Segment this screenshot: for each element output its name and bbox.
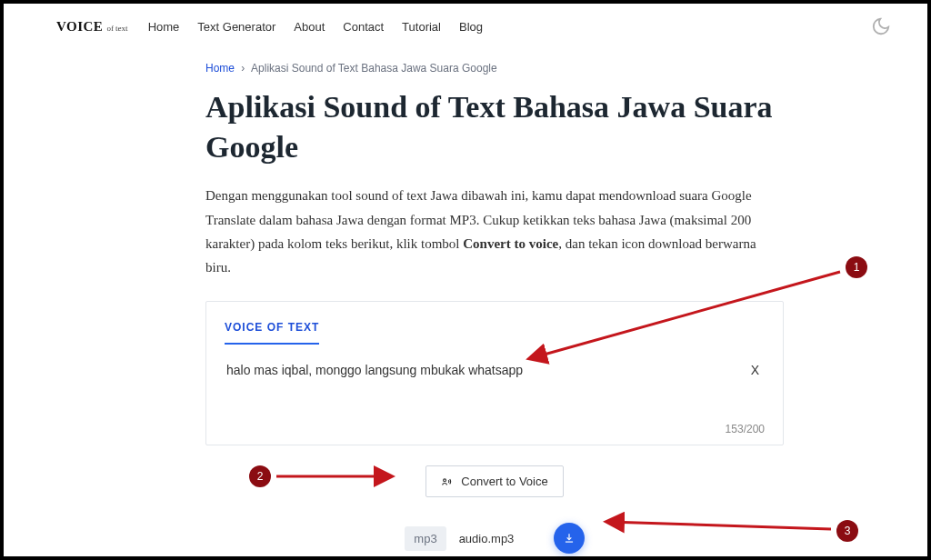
breadcrumb-home[interactable]: Home (205, 62, 235, 75)
download-icon (563, 532, 576, 545)
voice-icon (441, 475, 454, 488)
site-header: VOICE of text Home Text Generator About … (56, 16, 891, 36)
nav-text-generator[interactable]: Text Generator (197, 20, 275, 34)
breadcrumb: Home › Aplikasi Sound of Text Bahasa Jaw… (205, 62, 784, 75)
text-input[interactable] (225, 362, 715, 378)
annotation-1: 1 (854, 261, 860, 274)
theme-toggle[interactable] (871, 16, 891, 36)
svg-point-2 (846, 256, 867, 278)
result-filename: audio.mp3 (459, 532, 541, 545)
convert-button-label: Convert to Voice (461, 475, 547, 488)
nav-contact[interactable]: Contact (343, 20, 384, 34)
main-content: Home › Aplikasi Sound of Text Bahasa Jaw… (205, 62, 784, 554)
intro-paragraph: Dengan menggunakan tool sound of text Ja… (205, 184, 769, 279)
text-input-card: VOICE OF TEXT X 153/200 (205, 301, 784, 445)
brand-logo[interactable]: VOICE of text (56, 19, 128, 35)
download-button[interactable] (554, 523, 585, 554)
convert-to-voice-button[interactable]: Convert to Voice (425, 465, 563, 497)
nav-blog[interactable]: Blog (459, 20, 483, 34)
result-row: mp3 audio.mp3 (205, 523, 784, 554)
clear-input-button[interactable]: X (746, 361, 765, 379)
main-nav: Home Text Generator About Contact Tutori… (148, 20, 483, 34)
nav-about[interactable]: About (294, 20, 325, 34)
page-title: Aplikasi Sound of Text Bahasa Jawa Suara… (205, 87, 784, 167)
nav-tutorial[interactable]: Tutorial (402, 20, 441, 34)
intro-text-strong: Convert to voice (463, 236, 558, 251)
format-chip: mp3 (405, 526, 445, 551)
brand-main: VOICE (56, 19, 103, 35)
char-counter: 153/200 (225, 423, 765, 435)
annotation-3: 3 (845, 525, 851, 537)
breadcrumb-current: Aplikasi Sound of Text Bahasa Jawa Suara… (251, 62, 497, 75)
breadcrumb-sep: › (241, 62, 245, 75)
svg-point-6 (836, 520, 858, 542)
brand-sub: of text (106, 24, 127, 33)
card-tab-voice-of-text[interactable]: VOICE OF TEXT (225, 321, 319, 345)
nav-home[interactable]: Home (148, 20, 180, 34)
svg-point-0 (444, 479, 446, 482)
moon-icon (871, 16, 891, 36)
